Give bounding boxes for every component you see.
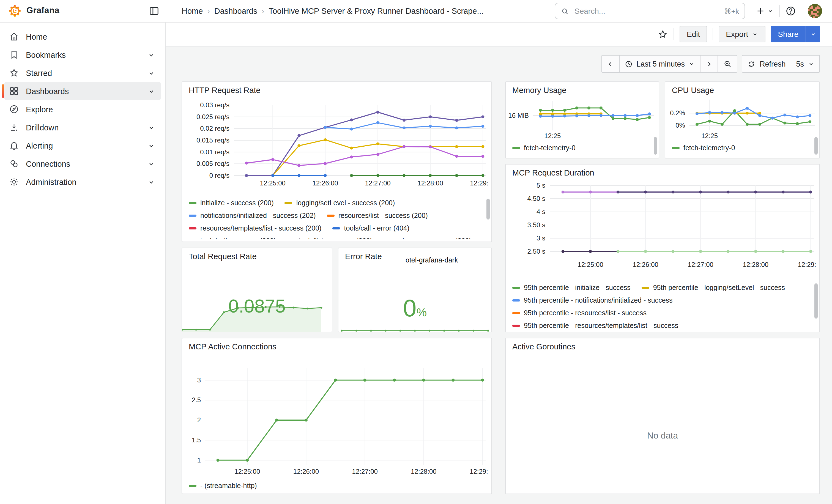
- legend-label: 95th percentile - logging/setLevel - suc…: [653, 284, 785, 291]
- refresh-interval-picker[interactable]: 5s: [790, 55, 820, 73]
- new-button[interactable]: [755, 6, 774, 16]
- legend-item[interactable]: 95th percentile - resources/list - succe…: [512, 308, 647, 318]
- svg-text:0.01 req/s: 0.01 req/s: [200, 148, 230, 156]
- svg-text:0.025 req/s: 0.025 req/s: [197, 113, 230, 121]
- bookmark-icon: [9, 50, 19, 60]
- refresh-button[interactable]: Refresh: [742, 55, 791, 73]
- legend-swatch: [189, 214, 197, 216]
- grid: [550, 185, 814, 251]
- legend-item[interactable]: - (streamable-http): [189, 480, 257, 491]
- sidebar-item-alerting[interactable]: Alerting: [4, 136, 161, 155]
- panel-http-request-rate: HTTP Request Rate 0 req/s0.005 req/s0.01…: [182, 81, 492, 242]
- legend-item[interactable]: tools/list - success (200): [287, 236, 372, 239]
- panel-title[interactable]: MCP Active Connections: [189, 342, 277, 351]
- legend-item[interactable]: fetch-telemetry-0: [512, 142, 576, 153]
- breadcrumb-current[interactable]: ToolHive MCP Server & Proxy Runner Dashb…: [268, 7, 484, 16]
- sidebar-toggle-icon[interactable]: [149, 5, 160, 17]
- legend-item[interactable]: tools/call - error (404): [332, 223, 409, 233]
- zoom-out-button[interactable]: [718, 55, 738, 73]
- legend-label: 95th percentile - initialize - success: [524, 284, 631, 291]
- panel-title[interactable]: Total Request Rate: [189, 252, 257, 261]
- svg-text:2.5: 2.5: [192, 396, 201, 404]
- chevron-right-icon: [706, 60, 713, 68]
- chevron-down-icon[interactable]: [148, 69, 155, 77]
- legend-scrollbar[interactable]: [487, 198, 490, 219]
- dashboard-toolbar: Edit Export Share: [165, 22, 832, 47]
- edit-button[interactable]: Edit: [680, 26, 707, 43]
- legend-item[interactable]: logging/setLevel - success (200): [285, 197, 395, 208]
- svg-text:3 s: 3 s: [537, 234, 545, 242]
- chevron-down-icon[interactable]: [148, 51, 155, 59]
- sparkline: [341, 330, 489, 332]
- grafana-logo-icon[interactable]: [8, 4, 22, 18]
- time-shift-back-button[interactable]: [601, 55, 619, 73]
- legend-label: unknown - success (200): [395, 237, 471, 239]
- svg-text:0.02 req/s: 0.02 req/s: [200, 125, 230, 132]
- compass-icon: [9, 104, 19, 114]
- legend-item[interactable]: 95th percentile - initialize - success: [512, 282, 631, 293]
- grafana-app: Grafana Home › Dashboards › ToolHive MCP…: [0, 0, 832, 504]
- sidebar-item-drilldown[interactable]: Drilldown: [4, 118, 161, 136]
- sidebar-item-dashboards[interactable]: Dashboards: [4, 82, 161, 100]
- help-button[interactable]: [785, 5, 796, 17]
- divider: [802, 5, 802, 17]
- plus-icon: [755, 6, 765, 16]
- share-button[interactable]: Share: [771, 26, 806, 43]
- legend-item[interactable]: tools/call - success (200): [189, 236, 276, 239]
- panel-title[interactable]: Active Goroutines: [512, 342, 575, 351]
- legend-item[interactable]: resources/list - success (200): [327, 210, 428, 221]
- svg-text:12:27:00: 12:27:00: [688, 261, 713, 268]
- breadcrumb-home[interactable]: Home: [182, 7, 203, 16]
- search-icon: [561, 7, 569, 15]
- svg-text:5 s: 5 s: [537, 182, 545, 189]
- sidebar-item-bookmarks[interactable]: Bookmarks: [4, 46, 161, 64]
- legend-item[interactable]: fetch-telemetry-0: [672, 142, 735, 153]
- error-rate-value: 0%: [338, 294, 491, 322]
- legend-item[interactable]: resources/templates/list - success (200): [189, 223, 321, 233]
- sidebar-item-administration[interactable]: Administration: [4, 173, 161, 191]
- legend-scrollbar[interactable]: [654, 137, 657, 155]
- mcp-request-duration-chart: 2.50 s3 s3.50 s4 s4.50 s5 s12:25:0012:26…: [510, 180, 816, 281]
- time-range-picker[interactable]: Last 5 minutes: [619, 55, 701, 73]
- favorite-star-button[interactable]: [657, 29, 668, 39]
- refresh-icon: [748, 60, 756, 68]
- svg-text:12:27:00: 12:27:00: [352, 468, 378, 475]
- breadcrumb-dashboards[interactable]: Dashboards: [214, 7, 257, 16]
- panel-title[interactable]: HTTP Request Rate: [189, 86, 261, 95]
- time-shift-forward-button[interactable]: [700, 55, 718, 73]
- legend-swatch: [189, 202, 197, 204]
- gear-icon: [9, 177, 19, 187]
- legend-item[interactable]: notifications/initialized - success (202…: [189, 210, 316, 221]
- divider: [779, 5, 780, 17]
- legend-label: logging/setLevel - success (200): [296, 199, 395, 207]
- sidebar-item-explore[interactable]: Explore: [4, 100, 161, 118]
- legend-item[interactable]: 95th percentile - notifications/initiali…: [512, 295, 673, 306]
- chevron-down-icon[interactable]: [148, 87, 155, 95]
- chevron-down-icon[interactable]: [148, 124, 155, 131]
- chevron-down-icon[interactable]: [148, 178, 155, 186]
- legend-item[interactable]: 95th percentile - resources/templates/li…: [512, 320, 678, 328]
- legend-scrollbar[interactable]: [814, 283, 818, 319]
- user-avatar[interactable]: [808, 4, 822, 18]
- panel-title[interactable]: Error Rate: [345, 252, 382, 261]
- chevron-down-icon[interactable]: [148, 160, 155, 167]
- share-options-button[interactable]: [806, 26, 820, 43]
- sidebar-item-home[interactable]: Home: [4, 27, 161, 46]
- panel-title[interactable]: MCP Request Duration: [512, 168, 594, 177]
- search-input-box[interactable]: ⌘+k: [555, 3, 745, 19]
- legend-item[interactable]: 95th percentile - logging/setLevel - suc…: [642, 282, 785, 293]
- legend-scrollbar[interactable]: [814, 137, 818, 155]
- svg-text:4 s: 4 s: [537, 208, 545, 215]
- memory-legend: fetch-telemetry-0: [512, 142, 650, 156]
- legend-item[interactable]: initialize - success (200): [189, 197, 274, 208]
- sidebar-item-starred[interactable]: Starred: [4, 64, 161, 82]
- legend-item[interactable]: unknown - success (200): [383, 236, 471, 239]
- export-button[interactable]: Export: [719, 26, 765, 43]
- svg-text:3.50 s: 3.50 s: [527, 221, 545, 229]
- svg-text:0 req/s: 0 req/s: [209, 172, 230, 179]
- panel-title[interactable]: CPU Usage: [672, 86, 714, 95]
- sidebar-item-connections[interactable]: Connections: [4, 155, 161, 173]
- chevron-down-icon[interactable]: [148, 142, 155, 150]
- panel-title[interactable]: Memory Usage: [512, 86, 567, 95]
- search-input[interactable]: [573, 6, 720, 16]
